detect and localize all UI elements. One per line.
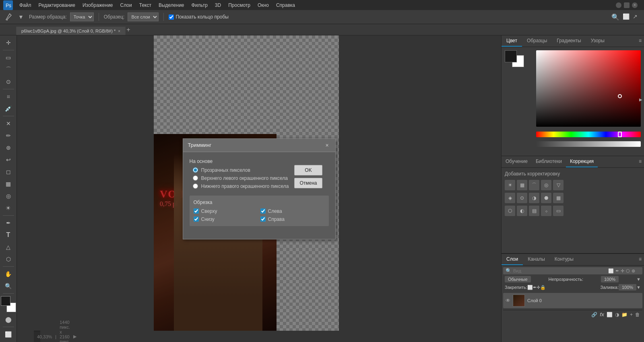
tab-samples[interactable]: Образцы (522, 35, 552, 47)
radio-transparent[interactable] (193, 167, 198, 173)
menu-select[interactable]: Выделение (155, 2, 188, 9)
fg-color-picker[interactable] (505, 50, 517, 62)
workspace-icon[interactable]: ⬜ (623, 13, 630, 21)
pen-tool[interactable]: ✒ (2, 217, 15, 229)
posterize-icon[interactable]: ▤ (529, 206, 539, 216)
menu-help[interactable]: Справка (273, 2, 298, 9)
levels-icon[interactable]: ▦ (517, 180, 527, 190)
quick-select-tool[interactable]: ⊙ (2, 76, 15, 87)
bw-icon[interactable]: ◑ (529, 193, 539, 203)
hand-tool[interactable]: ✋ (2, 268, 15, 280)
tab-libraries[interactable]: Библиотеки (532, 156, 566, 167)
channel-mixer-icon[interactable]: ▦ (553, 193, 564, 203)
point-select[interactable]: Точка (70, 12, 94, 21)
layer-visibility-icon[interactable]: 👁 (506, 298, 510, 303)
lock-paint-icon[interactable]: ✒ (533, 285, 537, 290)
tab-channels[interactable]: Каналы (523, 254, 550, 265)
threshold-icon[interactable]: ⬦ (541, 206, 551, 216)
tab-color[interactable]: Цвет (502, 35, 522, 47)
eyedropper-tool[interactable]: 💉 (2, 103, 15, 114)
tab-training[interactable]: Обучение (502, 156, 532, 167)
tab-patterns[interactable]: Узоры (586, 35, 609, 47)
color-picker-handle[interactable] (618, 94, 622, 98)
invert-icon[interactable]: ◐ (517, 206, 527, 216)
tab-layers[interactable]: Слои (502, 254, 523, 265)
move-tool[interactable]: ✛ (2, 37, 15, 48)
photo-filter-icon[interactable]: ⬣ (541, 193, 551, 203)
check-left[interactable] (260, 208, 266, 214)
lasso-tool[interactable]: ⌒ (2, 64, 15, 75)
mask-icon[interactable]: ⬜ (607, 312, 613, 317)
type-tool[interactable]: T (2, 229, 15, 241)
dodge-tool[interactable]: ☀ (2, 202, 15, 214)
hue-handle[interactable] (618, 132, 622, 137)
menu-text[interactable]: Текст (136, 2, 155, 9)
crop-tool[interactable]: ⌗ (2, 91, 15, 102)
marquee-tool[interactable]: ▭ (2, 52, 15, 63)
minimize-btn[interactable] (616, 2, 621, 8)
vibrance-icon[interactable]: ▽ (553, 180, 564, 190)
curves-icon[interactable]: ⌒ (529, 180, 539, 190)
fx-icon[interactable]: fx (600, 312, 604, 317)
menu-layers[interactable]: Слои (117, 2, 135, 9)
stamp-tool[interactable]: ⊛ (2, 142, 15, 153)
exposure-icon[interactable]: ◎ (541, 180, 551, 190)
cancel-button[interactable]: Отмена (294, 178, 322, 188)
color-lookup-icon[interactable]: ⬡ (505, 206, 515, 216)
maximize-btn[interactable] (624, 2, 630, 8)
new-tab-btn[interactable]: + (126, 24, 131, 35)
menu-edit[interactable]: Редактирование (35, 2, 78, 9)
blend-mode-value[interactable]: Обычные (505, 276, 531, 282)
tab-gradients[interactable]: Градиенты (552, 35, 586, 47)
tab-paths[interactable]: Контуры (550, 254, 578, 265)
shape-tool[interactable]: ⬡ (2, 253, 15, 265)
layer-item[interactable]: 👁 Слой 0 (503, 293, 642, 308)
layers-search-input[interactable] (513, 268, 605, 273)
path-tool[interactable]: △ (2, 241, 15, 253)
check-top-label[interactable]: Сверху (194, 208, 258, 214)
radio-topleft[interactable] (193, 175, 198, 181)
dialog-close-button[interactable]: × (324, 142, 330, 148)
menu-window[interactable]: Окно (254, 2, 272, 9)
layers-icon-2[interactable]: ✒ (615, 268, 619, 274)
adjustment-icon[interactable]: ◑ (615, 312, 619, 317)
fg-color-swatch[interactable] (1, 296, 10, 306)
opacity-value[interactable]: 100% (601, 276, 619, 282)
fill-dropdown[interactable]: ▼ (636, 285, 641, 290)
zoom-tool[interactable]: 🔍 (2, 280, 15, 292)
screen-mode-tool[interactable]: ⬜ (2, 329, 15, 340)
history-brush[interactable]: ↩ (2, 154, 15, 165)
brightness-icon[interactable]: ☀ (505, 180, 515, 190)
menu-filter[interactable]: Фильтр (188, 2, 211, 9)
lock-pixel-icon[interactable]: ⬜ (527, 285, 533, 290)
ring-checkbox[interactable] (169, 14, 174, 20)
menu-3d[interactable]: 3D (212, 2, 224, 9)
opacity-dropdown[interactable]: ▼ (636, 277, 641, 282)
color-panel-menu[interactable]: ≡ (636, 35, 644, 47)
layers-icon-5[interactable]: ⊛ (632, 268, 635, 274)
brush-tool[interactable]: ✏ (2, 130, 15, 141)
blur-tool[interactable]: ◎ (2, 190, 15, 202)
ok-button[interactable]: OK (294, 165, 322, 175)
hue-slider[interactable] (536, 132, 641, 137)
alpha-slider[interactable] (536, 141, 641, 147)
link-icon[interactable]: 🔗 (591, 312, 597, 317)
layers-icon-1[interactable]: ⬜ (608, 268, 614, 274)
eraser-tool[interactable]: ◻ (2, 166, 15, 177)
gradient-tool[interactable]: ▦ (2, 178, 15, 190)
check-bottom[interactable] (194, 216, 199, 222)
check-right[interactable] (260, 216, 266, 222)
check-left-label[interactable]: Слева (260, 208, 325, 214)
layers-icon-4[interactable]: ⬡ (626, 268, 630, 274)
layers-icon-3[interactable]: ✛ (621, 268, 624, 274)
check-top[interactable] (194, 208, 199, 214)
lock-all-icon[interactable]: 🔒 (540, 285, 546, 290)
color-balance-icon[interactable]: ⊙ (517, 193, 527, 203)
new-layer-icon[interactable]: + (630, 312, 633, 317)
fill-value[interactable]: 100% (619, 284, 636, 290)
check-right-label[interactable]: Справа (260, 216, 325, 222)
tab-correction[interactable]: Коррекция (566, 156, 598, 167)
layers-panel-menu[interactable]: ≡ (636, 254, 644, 265)
menu-file[interactable]: Файл (16, 2, 35, 9)
hsl-icon[interactable]: ◈ (505, 193, 515, 203)
